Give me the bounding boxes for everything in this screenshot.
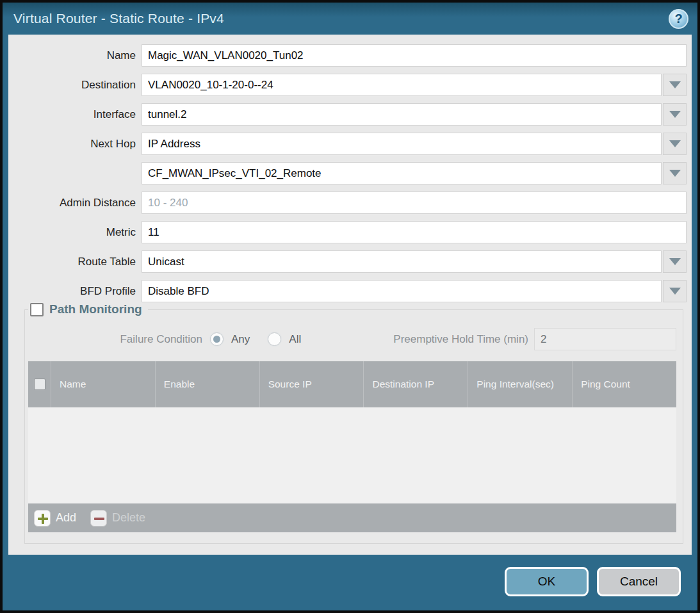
column-header-ping-interval: Ping Interval(sec) xyxy=(468,361,572,407)
chevron-down-icon xyxy=(669,170,681,177)
failure-condition-any-label: Any xyxy=(231,333,250,346)
route-table-label: Route Table xyxy=(13,256,142,268)
column-header-enable: Enable xyxy=(155,361,259,407)
form-row-metric: Metric xyxy=(13,221,687,243)
path-monitoring-table: Name Enable Source IP Destination IP Pin… xyxy=(28,361,676,532)
failure-condition-any-radio[interactable] xyxy=(210,332,224,346)
form-row-name: Name xyxy=(13,44,687,67)
dialog-content: Name Destination Interface Next Hop Admi… xyxy=(8,35,692,555)
path-monitoring-section: Path Monitoring Failure Condition Any Al… xyxy=(24,309,683,544)
column-header-name: Name xyxy=(51,361,155,407)
form-row-destination: Destination xyxy=(13,74,687,96)
bfd-profile-label: BFD Profile xyxy=(13,285,142,298)
next-hop-label: Next Hop xyxy=(13,138,142,151)
ok-button[interactable]: OK xyxy=(505,567,589,596)
radio-selected-dot xyxy=(213,336,220,343)
destination-dropdown-button[interactable] xyxy=(663,74,687,96)
column-header-destination-ip: Destination IP xyxy=(363,361,468,407)
destination-input[interactable] xyxy=(142,74,662,96)
admin-distance-label: Admin Distance xyxy=(13,197,142,209)
dialog-titlebar: Virtual Router - Static Route - IPv4 ? xyxy=(3,3,697,35)
dialog-footer: OK Cancel xyxy=(3,555,697,610)
bfd-profile-dropdown-button[interactable] xyxy=(663,280,687,302)
next-hop-type-input[interactable] xyxy=(142,133,662,155)
column-header-ping-count: Ping Count xyxy=(572,361,676,407)
form-row-next-hop-address xyxy=(13,162,687,184)
destination-label: Destination xyxy=(13,79,142,92)
select-all-checkbox[interactable] xyxy=(34,379,45,390)
delete-button-group: Delete xyxy=(90,510,145,527)
delete-button[interactable]: Delete xyxy=(112,511,145,525)
chevron-down-icon xyxy=(669,288,681,295)
metric-input[interactable] xyxy=(142,221,687,243)
chevron-down-icon xyxy=(669,258,681,265)
help-icon[interactable]: ? xyxy=(669,9,688,29)
form-row-bfd-profile: BFD Profile xyxy=(13,280,687,302)
cancel-button[interactable]: Cancel xyxy=(597,567,681,596)
interface-input[interactable] xyxy=(142,103,662,126)
dialog-title: Virtual Router - Static Route - IPv4 xyxy=(13,11,224,26)
bfd-profile-input[interactable] xyxy=(142,280,662,302)
route-table-input[interactable] xyxy=(142,250,662,273)
admin-distance-input[interactable] xyxy=(142,192,687,214)
plus-icon[interactable] xyxy=(34,510,51,527)
preemptive-hold-input[interactable] xyxy=(534,328,676,350)
preemptive-hold-label: Preemptive Hold Time (min) xyxy=(393,333,528,346)
failure-condition-all-label: All xyxy=(289,333,301,346)
route-table-dropdown-button[interactable] xyxy=(663,250,687,273)
path-monitoring-legend: Path Monitoring xyxy=(28,302,148,316)
failure-condition-label: Failure Condition xyxy=(28,333,202,346)
failure-condition-all-radio[interactable] xyxy=(268,332,281,346)
metric-label: Metric xyxy=(13,226,142,239)
minus-icon[interactable] xyxy=(90,510,107,527)
interface-dropdown-button[interactable] xyxy=(663,103,687,126)
interface-label: Interface xyxy=(13,108,142,121)
table-toolbar: Add Delete xyxy=(28,503,676,532)
form-row-route-table: Route Table xyxy=(13,250,687,273)
column-header-source-ip: Source IP xyxy=(259,361,364,407)
table-header-row: Name Enable Source IP Destination IP Pin… xyxy=(28,361,676,407)
name-label: Name xyxy=(13,49,142,62)
static-route-dialog: Virtual Router - Static Route - IPv4 ? N… xyxy=(0,0,700,613)
chevron-down-icon xyxy=(669,81,681,88)
path-monitoring-label: Path Monitoring xyxy=(49,302,142,316)
chevron-down-icon xyxy=(669,140,681,147)
name-input[interactable] xyxy=(142,44,687,67)
next-hop-address-dropdown-button[interactable] xyxy=(663,162,687,184)
form-row-interface: Interface xyxy=(13,103,687,126)
failure-condition-row: Failure Condition Any All Preemptive Hol… xyxy=(28,328,676,350)
form-row-next-hop: Next Hop xyxy=(13,133,687,155)
add-button[interactable]: Add xyxy=(56,511,76,525)
next-hop-dropdown-button[interactable] xyxy=(663,133,687,155)
next-hop-address-input[interactable] xyxy=(142,162,662,184)
table-body-empty xyxy=(28,407,676,503)
path-monitoring-checkbox[interactable] xyxy=(30,303,44,316)
form-row-admin-distance: Admin Distance xyxy=(13,192,687,214)
table-header-select xyxy=(28,361,51,407)
chevron-down-icon xyxy=(669,111,681,118)
